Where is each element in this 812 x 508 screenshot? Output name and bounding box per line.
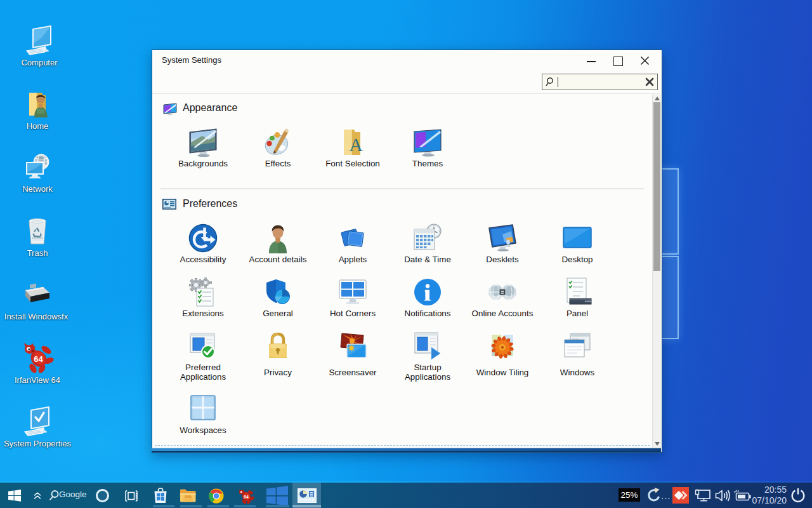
svg-text:64: 64 [244,495,249,499]
svg-text:A: A [349,134,363,155]
svg-text:64: 64 [34,354,43,364]
